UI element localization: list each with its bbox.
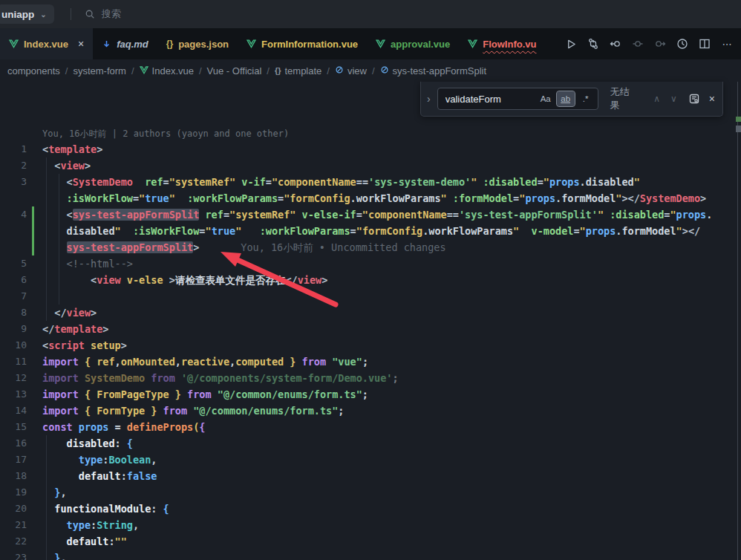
code-row[interactable]: 4 <sys-test-appFormSplit ref="systemRef"… bbox=[0, 206, 741, 223]
previous-match-icon[interactable]: ∧ bbox=[648, 94, 665, 104]
code-row[interactable]: 6 <view v-else >请检查表单文件是否存在</view> bbox=[0, 272, 741, 288]
line-number: 12 bbox=[0, 370, 27, 386]
line-number: 7 bbox=[0, 288, 27, 305]
line-number: 18 bbox=[0, 468, 27, 484]
run-icon[interactable] bbox=[561, 34, 581, 53]
line-number: 2 bbox=[0, 157, 27, 174]
editor-actions: ⋯ bbox=[561, 28, 741, 59]
line-number: 9 bbox=[0, 321, 27, 337]
more-actions-icon[interactable]: ⋯ bbox=[717, 34, 737, 53]
breadcrumb-system-form[interactable]: system-form bbox=[73, 65, 126, 76]
code-row[interactable]: 13import { FromPageType } from "@/common… bbox=[0, 386, 741, 403]
code-row[interactable]: 23 }, bbox=[0, 550, 741, 560]
line-number: 23 bbox=[0, 550, 27, 560]
indent-guide bbox=[46, 206, 47, 223]
navigate-forward-icon[interactable] bbox=[650, 34, 670, 53]
line-number bbox=[0, 239, 27, 255]
breadcrumb-components[interactable]: components bbox=[7, 65, 60, 76]
line-number: 22 bbox=[0, 533, 27, 550]
navigate-back-icon[interactable] bbox=[606, 34, 625, 53]
indent-guide bbox=[46, 550, 47, 560]
breadcrumb-view[interactable]: view bbox=[335, 65, 367, 76]
vue-icon bbox=[9, 39, 19, 48]
indent-guide bbox=[59, 239, 59, 255]
code-row[interactable]: 17 type:Boolean, bbox=[0, 452, 741, 468]
breadcrumb: components / system-form / Index.vue / V… bbox=[0, 59, 741, 82]
code-row[interactable]: 1<template> bbox=[0, 141, 741, 157]
git-change-bar bbox=[32, 223, 34, 239]
tab-flowinfo-vue[interactable]: FlowInfo.vu bbox=[459, 28, 545, 59]
line-number: 6 bbox=[0, 272, 27, 288]
find-input-box[interactable]: Aa ab .* bbox=[437, 88, 598, 110]
indent-guide bbox=[59, 190, 59, 206]
next-match-icon[interactable]: ∨ bbox=[665, 94, 682, 104]
tab-faq-md[interactable]: faq.md bbox=[93, 28, 157, 59]
line-number: 20 bbox=[0, 501, 27, 517]
close-icon[interactable]: × bbox=[705, 93, 722, 105]
line-number bbox=[0, 126, 27, 141]
indent-guide bbox=[59, 206, 59, 223]
whole-word-button[interactable]: ab bbox=[557, 91, 575, 106]
overview-ruler[interactable] bbox=[737, 82, 738, 560]
code-row[interactable]: 22 default:"" bbox=[0, 533, 741, 550]
code-row[interactable]: 8 </view> bbox=[0, 305, 741, 321]
indent-guide bbox=[46, 435, 47, 452]
code-row[interactable]: disabled" :isWorkFlow="true" :workFlowPa… bbox=[0, 223, 741, 239]
code-row[interactable]: 5 <!--html--> bbox=[0, 255, 741, 272]
code-row[interactable]: 16 disabled: { bbox=[0, 435, 741, 452]
code-editor[interactable]: You, 16小时前 | 2 authors (yaoyn and one ot… bbox=[0, 82, 741, 560]
tab-label: FormInformation.vue bbox=[261, 39, 358, 50]
code-row[interactable]: 12import SystemDemo from '@/components/s… bbox=[0, 370, 741, 386]
breadcrumb-sys-test-appformsplit[interactable]: sys-test-appFormSplit bbox=[380, 65, 486, 76]
remote-project-button[interactable]: uniapp ⌄ bbox=[0, 4, 54, 24]
close-icon[interactable]: × bbox=[78, 38, 84, 50]
command-center-search[interactable]: 搜索 bbox=[85, 7, 121, 21]
code-row[interactable]: 10<script setup> bbox=[0, 337, 741, 354]
code-row[interactable]: 20 functionalModule: { bbox=[0, 501, 741, 517]
code-row[interactable]: :isWorkFlow="true" :workFlowParams="form… bbox=[0, 190, 741, 206]
indent-guide bbox=[46, 484, 47, 501]
timeline-icon[interactable] bbox=[673, 34, 692, 53]
code-row[interactable]: sys-test-appFormSplit>You, 16小时前 • Uncom… bbox=[0, 239, 741, 255]
tab-approval-vue[interactable]: approval.vue bbox=[367, 28, 459, 59]
code-row[interactable]: 14import { FormType } from "@/common/enu… bbox=[0, 403, 741, 419]
code-row[interactable]: 2 <view> bbox=[0, 157, 741, 174]
markdown-icon bbox=[102, 39, 111, 49]
code-row[interactable]: 9</template> bbox=[0, 321, 741, 337]
find-input[interactable] bbox=[444, 93, 535, 105]
indent-guide bbox=[46, 174, 47, 190]
search-placeholder: 搜索 bbox=[102, 7, 121, 21]
tab-index-vue[interactable]: Index.vue × bbox=[0, 28, 93, 59]
code-row[interactable]: 19 }, bbox=[0, 484, 741, 501]
regex-button[interactable]: .* bbox=[577, 91, 595, 106]
line-number: 15 bbox=[0, 419, 27, 435]
line-number: 8 bbox=[0, 305, 27, 321]
code-row[interactable]: 7 bbox=[0, 288, 741, 305]
find-widget: › Aa ab .* 无结果 ∧ ∨ × bbox=[420, 82, 723, 117]
find-in-selection-icon[interactable] bbox=[688, 93, 700, 105]
navigate-circle-icon[interactable] bbox=[628, 34, 647, 53]
breadcrumb-template[interactable]: {} template bbox=[275, 65, 321, 76]
line-number: 10 bbox=[0, 337, 27, 354]
tab-label: faq.md bbox=[117, 39, 148, 50]
breadcrumb-index-vue[interactable]: Index.vue bbox=[140, 65, 194, 76]
code-row[interactable]: 18 default:false bbox=[0, 468, 741, 484]
line-number: 19 bbox=[0, 484, 27, 501]
code-row[interactable]: 3 <SystemDemo ref="systemRef" v-if="comp… bbox=[0, 174, 741, 190]
braces-icon: {} bbox=[275, 66, 281, 75]
code-row[interactable]: 11import { ref,onMounted,reactive,comput… bbox=[0, 354, 741, 370]
find-results-count: 无结果 bbox=[610, 85, 639, 112]
toggle-replace-icon[interactable]: › bbox=[421, 93, 437, 105]
tab-forminformation-vue[interactable]: FormInformation.vue bbox=[238, 28, 367, 59]
breadcrumb-vue-official[interactable]: Vue - Official bbox=[207, 65, 262, 76]
tab-pages-json[interactable]: {} pages.json bbox=[157, 28, 238, 59]
code-row[interactable]: 21 type:String, bbox=[0, 517, 741, 533]
tab-label: FlowInfo.vu bbox=[483, 39, 536, 50]
blame-lens-row[interactable]: You, 16小时前 | 2 authors (yaoyn and one ot… bbox=[0, 126, 741, 141]
line-number: 13 bbox=[0, 386, 27, 403]
git-compare-icon[interactable] bbox=[584, 34, 603, 53]
code-row[interactable]: 15const props = defineProps({ bbox=[0, 419, 741, 435]
split-editor-icon[interactable] bbox=[695, 34, 714, 53]
match-case-button[interactable]: Aa bbox=[537, 91, 555, 106]
indent-guide bbox=[59, 223, 59, 239]
